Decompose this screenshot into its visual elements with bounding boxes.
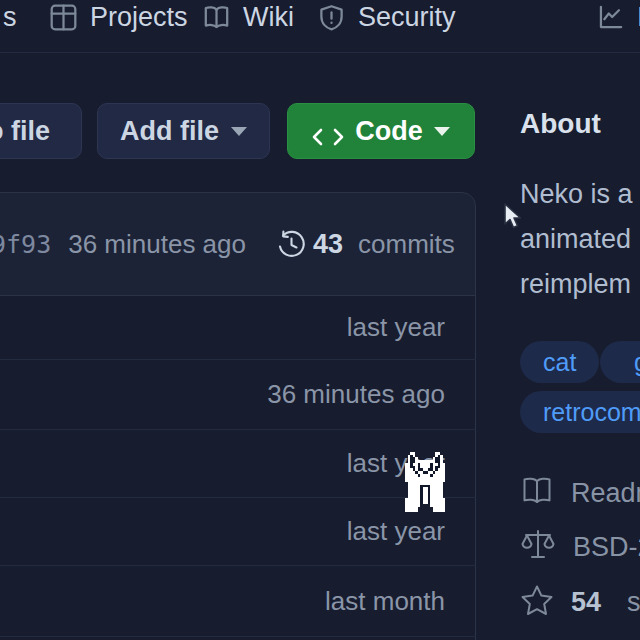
file-age: last year [347, 312, 445, 343]
stars-count: 54 [571, 587, 601, 618]
history-clock-icon [277, 230, 306, 259]
file-age: 36 minutes ago [267, 379, 445, 410]
file-row[interactable]: last month [0, 566, 476, 637]
neko-cat-sprite [405, 452, 445, 512]
insights-graph-icon [597, 4, 624, 31]
commits-count-label: commits [358, 229, 455, 260]
wiki-book-icon [203, 4, 230, 31]
about-description: Neko is a animated reimplem [520, 172, 640, 307]
tab-security-label: Security [358, 2, 456, 33]
commits-link[interactable]: 43 commits [277, 229, 455, 260]
readme-label: Readme [571, 478, 640, 509]
file-age: last month [325, 586, 445, 617]
about-description-line: reimplem [520, 262, 640, 307]
commit-time: 36 minutes ago [68, 229, 246, 260]
add-file-label: Add file [120, 116, 219, 147]
commits-count: 43 [313, 229, 343, 260]
tab-projects-label: Projects [90, 2, 188, 33]
license-link[interactable]: BSD-2 [520, 531, 640, 563]
code-brackets-icon [312, 122, 344, 140]
commit-hash[interactable]: 9f93 [0, 230, 51, 259]
readme-link[interactable]: Readme [520, 477, 640, 509]
mouse-cursor [503, 203, 523, 231]
tab-security[interactable]: Security [318, 1, 456, 33]
about-description-line: Neko is a [520, 172, 640, 217]
tab-issues-partial[interactable]: s [3, 1, 17, 33]
repo-tab-bar: s Projects Wiki Security In [0, 0, 640, 53]
file-row[interactable]: last year [0, 295, 476, 360]
security-shield-icon [318, 4, 345, 31]
caret-down-icon [231, 127, 247, 136]
readme-book-icon [520, 476, 554, 510]
stars-link[interactable]: 54 sta [520, 586, 640, 618]
tab-projects[interactable]: Projects [50, 1, 188, 33]
code-button[interactable]: Code [287, 103, 475, 159]
tab-issues-label: s [3, 2, 17, 33]
topic-tag-go[interactable]: go [600, 341, 640, 383]
latest-commit-bar: 9f93 36 minutes ago 43 commits [0, 192, 476, 296]
file-age: last year [347, 516, 445, 547]
about-description-line: animated [520, 217, 640, 262]
about-heading: About [520, 108, 601, 140]
file-row[interactable]: 36 minutes ago [0, 360, 476, 430]
caret-down-icon [434, 127, 450, 136]
topic-tag-retrocomputing[interactable]: retrocomp [520, 391, 640, 433]
tab-wiki[interactable]: Wiki [203, 1, 294, 33]
license-label: BSD-2 [573, 532, 640, 563]
stars-label: sta [627, 587, 640, 618]
go-to-file-label: o file [0, 116, 50, 147]
star-icon [520, 584, 554, 621]
go-to-file-button[interactable]: o file [0, 103, 82, 159]
license-scales-icon [520, 527, 556, 567]
projects-table-icon [50, 4, 77, 31]
tab-wiki-label: Wiki [243, 2, 294, 33]
add-file-button[interactable]: Add file [97, 103, 270, 159]
code-button-label: Code [355, 116, 423, 147]
tab-insights[interactable]: In [597, 1, 640, 33]
topic-tag-cat[interactable]: cat [520, 341, 599, 383]
github-repo-page: s Projects Wiki Security In [0, 0, 640, 640]
